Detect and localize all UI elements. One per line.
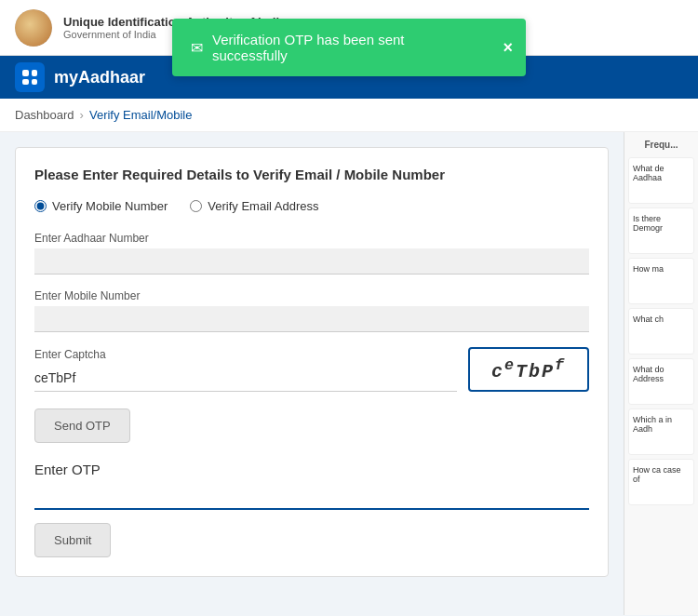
radio-mobile[interactable] [34, 200, 47, 212]
radio-mobile-text: Verify Mobile Number [52, 199, 168, 213]
faq-item-6[interactable]: Which a in Aadh [628, 408, 694, 455]
breadcrumb-current: Verify Email/Mobile [89, 108, 193, 122]
radio-mobile-label[interactable]: Verify Mobile Number [34, 199, 168, 213]
org-logo [15, 9, 52, 47]
captcha-row: Enter Captcha ceTbPf [34, 347, 589, 392]
captcha-image: ceTbPf [468, 347, 589, 392]
radio-email[interactable] [190, 200, 202, 212]
radio-group: Verify Mobile Number Verify Email Addres… [34, 199, 589, 213]
mobile-label: Enter Mobile Number [34, 289, 589, 302]
nav-logo-box [15, 62, 45, 92]
form-card: Please Enter Required Details to Verify … [15, 147, 609, 577]
notification-icon: ✉ [191, 39, 203, 57]
captcha-input-wrap: Enter Captcha [34, 348, 457, 392]
form-title: Please Enter Required Details to Verify … [34, 167, 589, 182]
nav-title: myAadhaar [54, 68, 145, 87]
submit-button[interactable]: Submit [34, 523, 111, 557]
aadhaar-label: Enter Aadhaar Number [34, 232, 589, 245]
notification-banner: ✉ Verification OTP has been sent success… [172, 19, 526, 76]
faq-item-2[interactable]: Is there Demogr [628, 208, 694, 254]
main-layout: Please Enter Required Details to Verify … [0, 132, 698, 615]
notification-message: Verification OTP has been sent successfu… [212, 32, 479, 63]
breadcrumb-home[interactable]: Dashboard [15, 108, 74, 122]
captcha-input[interactable] [34, 365, 457, 392]
mobile-input[interactable] [34, 306, 589, 332]
org-logo-img [15, 9, 52, 47]
radio-email-label[interactable]: Verify Email Address [190, 199, 318, 213]
faq-item-7[interactable]: How ca case of [628, 459, 694, 505]
breadcrumb: Dashboard › Verify Email/Mobile [0, 99, 698, 132]
sidebar-header-text: Frequ [644, 140, 670, 150]
mobile-field: Enter Mobile Number [34, 289, 589, 332]
nav-logo-grid [22, 70, 37, 85]
radio-email-text: Verify Email Address [208, 199, 318, 213]
captcha-label: Enter Captcha [34, 348, 457, 361]
send-otp-button[interactable]: Send OTP [34, 408, 130, 443]
otp-section: Enter OTP [34, 462, 589, 510]
otp-input[interactable] [34, 483, 589, 510]
notification-close-button[interactable]: × [503, 38, 513, 58]
otp-label: Enter OTP [34, 462, 589, 477]
faq-item-5[interactable]: What do Address [628, 358, 694, 405]
faq-item-3[interactable]: How ma [628, 258, 694, 304]
faq-item-1[interactable]: What de Aadhaa [628, 157, 694, 204]
sidebar-header: Frequ... [628, 140, 694, 150]
sidebar: Frequ... What de Aadhaa Is there Demogr … [624, 132, 698, 615]
faq-item-4[interactable]: What ch [628, 308, 694, 355]
aadhaar-field: Enter Aadhaar Number [34, 232, 589, 275]
aadhaar-input[interactable] [34, 248, 589, 275]
form-panel: Please Enter Required Details to Verify … [0, 132, 624, 615]
breadcrumb-arrow: › [80, 108, 84, 122]
